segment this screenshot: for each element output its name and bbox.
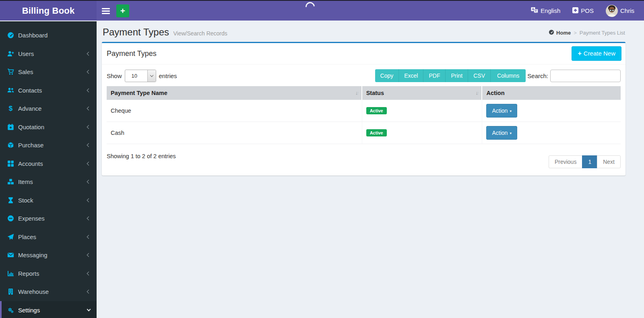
cubes-icon xyxy=(7,178,14,185)
sidebar-item-places[interactable]: Places xyxy=(0,228,97,246)
language-menu[interactable]: English xyxy=(531,7,560,14)
quick-add-button[interactable]: + xyxy=(116,4,129,17)
page-length-control: Show 10 entries xyxy=(107,70,177,82)
pagination: Previous 1 Next xyxy=(549,155,621,168)
panel-title: Payment Types xyxy=(107,50,157,58)
select-chevron-icon xyxy=(147,70,156,82)
chevron-left-icon xyxy=(87,198,91,202)
pagination-next-button[interactable]: Next xyxy=(597,155,621,168)
chevron-left-icon xyxy=(87,217,91,221)
sidebar: Dashboard Users Sales Contacts $ Advance xyxy=(0,21,97,318)
sidebar-item-reports[interactable]: Reports xyxy=(0,264,97,283)
excel-button[interactable]: Excel xyxy=(399,69,423,82)
search-input[interactable] xyxy=(550,70,621,82)
column-header-payment-type-name[interactable]: Payment Type Name ↓↑ xyxy=(107,86,362,100)
status-badge: Active xyxy=(366,107,387,114)
search-control: Search: xyxy=(527,70,621,82)
app-window: Billing Book + English POS xyxy=(0,0,644,318)
status-badge: Active xyxy=(366,129,387,136)
pos-menu[interactable]: POS xyxy=(572,7,594,14)
pagination-page-1-button[interactable]: 1 xyxy=(582,155,597,168)
pagination-previous-button[interactable]: Previous xyxy=(549,155,582,168)
payment-types-panel: Payment Types +Create New Show 10 entrie… xyxy=(102,42,625,176)
column-header-status[interactable]: Status ↓↑ xyxy=(362,86,483,100)
sidebar-item-purchase[interactable]: Purchase xyxy=(0,136,97,155)
search-label: Search: xyxy=(527,72,548,79)
envelope-icon xyxy=(7,252,14,258)
columns-button[interactable]: Columns xyxy=(491,69,526,82)
sidebar-item-advance[interactable]: $ Advance xyxy=(0,99,97,118)
sort-icon: ↓↑ xyxy=(355,90,358,96)
user-menu[interactable]: Chris xyxy=(606,5,634,17)
cart-icon xyxy=(7,68,14,75)
sidebar-item-items[interactable]: Items xyxy=(0,173,97,191)
gears-icon xyxy=(7,307,14,314)
sidebar-item-users[interactable]: Users xyxy=(0,45,97,63)
table-row: Cash Active Action▾ xyxy=(107,122,621,144)
chevron-left-icon xyxy=(87,70,91,74)
chevron-left-icon xyxy=(87,290,91,294)
sidebar-item-contacts[interactable]: Contacts xyxy=(0,81,97,100)
payment-type-name-cell: Cash xyxy=(107,122,362,144)
cube-icon xyxy=(7,142,14,149)
page-subtitle: View/Search Records xyxy=(173,30,227,37)
chevron-left-icon xyxy=(87,161,91,165)
action-dropdown-button[interactable]: Action▾ xyxy=(486,126,517,140)
plus-icon: + xyxy=(578,50,581,57)
paper-plane-icon xyxy=(7,233,14,240)
sidebar-toggle-icon[interactable] xyxy=(102,8,110,14)
user-avatar xyxy=(606,5,618,17)
pdf-button[interactable]: PDF xyxy=(423,69,446,82)
main-content: Payment Types View/Search Records Home >… xyxy=(97,21,644,318)
table-header-row: Payment Type Name ↓↑ Status ↓↑ Action xyxy=(107,86,621,100)
toolbar-right: Copy Excel PDF Print CSV Columns Search: xyxy=(375,69,621,82)
sidebar-item-expenses[interactable]: Expenses xyxy=(0,209,97,228)
payment-type-name-cell: Cheque xyxy=(107,100,362,122)
print-button[interactable]: Print xyxy=(446,69,468,82)
minus-circle-icon xyxy=(7,215,14,222)
column-header-action: Action xyxy=(482,86,621,100)
navbar-right: English POS Chris xyxy=(531,1,644,21)
chevron-left-icon xyxy=(87,107,91,111)
payment-types-table: Payment Type Name ↓↑ Status ↓↑ Action xyxy=(107,86,621,144)
action-dropdown-button[interactable]: Action▾ xyxy=(486,104,517,118)
sidebar-item-settings[interactable]: Settings xyxy=(0,301,97,318)
breadcrumb-current: Payment Types List xyxy=(580,30,625,36)
page-length-select[interactable]: 10 xyxy=(125,70,156,82)
chevron-left-icon xyxy=(87,180,91,184)
create-new-button[interactable]: +Create New xyxy=(572,46,621,61)
export-button-group: Copy Excel PDF Print CSV Columns xyxy=(375,69,526,82)
breadcrumb: Home > Payment Types List xyxy=(549,29,638,38)
chevron-down-icon xyxy=(87,308,91,312)
user-plus-icon xyxy=(7,50,14,57)
top-navbar: Billing Book + English POS xyxy=(0,0,644,21)
entries-info: Showing 1 to 2 of 2 entries xyxy=(107,151,176,159)
table-row: Cheque Active Action▾ xyxy=(107,100,621,122)
sidebar-item-stock[interactable]: Stock xyxy=(0,191,97,210)
copy-button[interactable]: Copy xyxy=(375,69,399,82)
building-icon xyxy=(7,288,14,295)
app-logo[interactable]: Billing Book xyxy=(0,1,97,21)
breadcrumb-separator: > xyxy=(574,30,577,36)
sidebar-item-accounts[interactable]: Accounts xyxy=(0,155,97,173)
dollar-icon: $ xyxy=(7,105,14,113)
sidebar-item-warehouse[interactable]: Warehouse xyxy=(0,283,97,301)
sidebar-item-sales[interactable]: Sales xyxy=(0,63,97,81)
pos-plus-icon xyxy=(572,7,578,14)
chevron-left-icon xyxy=(87,271,91,275)
loading-spinner-icon xyxy=(303,0,316,13)
sidebar-item-messaging[interactable]: Messaging xyxy=(0,246,97,264)
chevron-left-icon xyxy=(87,88,91,92)
chevron-left-icon xyxy=(87,125,91,129)
breadcrumb-home-link[interactable]: Home xyxy=(549,29,571,36)
panel-body: Show 10 entries Copy Excel PDF Print xyxy=(102,64,625,176)
sort-icon: ↓↑ xyxy=(475,90,478,96)
csv-button[interactable]: CSV xyxy=(468,69,491,82)
chevron-left-icon xyxy=(87,253,91,257)
content-header: Payment Types View/Search Records Home >… xyxy=(97,21,644,42)
sidebar-item-quotation[interactable]: Quotation xyxy=(0,118,97,136)
chevron-left-icon xyxy=(87,52,91,56)
panel-header: Payment Types +Create New xyxy=(102,43,625,64)
sidebar-item-dashboard[interactable]: Dashboard xyxy=(0,26,97,45)
hourglass-icon xyxy=(7,197,14,204)
